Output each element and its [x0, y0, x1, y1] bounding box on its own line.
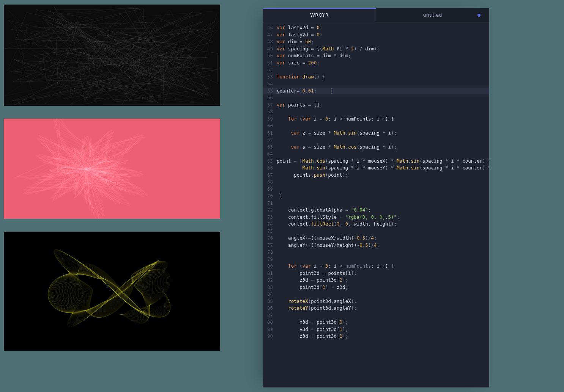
code-line[interactable] — [277, 66, 489, 74]
tab-1[interactable]: untitled — [376, 8, 489, 22]
line-number: 49 — [263, 45, 274, 53]
line-number: 70 — [263, 193, 274, 200]
thumbnail-column — [4, 5, 220, 351]
line-number: 60 — [263, 122, 274, 130]
thumbnail-1[interactable] — [4, 5, 220, 106]
code-line[interactable]: function draw() { — [277, 74, 489, 81]
code-line[interactable]: point = [Math.cos(spacing * i * mouseX) … — [277, 158, 489, 165]
line-number: 71 — [263, 200, 274, 207]
line-number: 86 — [263, 305, 274, 312]
line-number: 65 — [263, 158, 274, 165]
line-number: 59 — [263, 116, 274, 123]
line-number: 83 — [263, 284, 274, 291]
code-line[interactable]: var numPoints = dim * dim; — [277, 52, 489, 60]
line-number: 57 — [263, 102, 274, 109]
line-number: 73 — [263, 214, 274, 221]
code-line[interactable]: var spacing = ((Math.PI * 2) / dim); — [277, 45, 489, 53]
line-number: 51 — [263, 60, 274, 67]
code-line[interactable]: context.fillRect(0, 0, width, height); — [277, 221, 489, 228]
code-line[interactable] — [277, 249, 489, 256]
line-number: 62 — [263, 136, 274, 144]
line-number: 64 — [263, 151, 274, 158]
line-number: 50 — [263, 52, 274, 60]
code-line[interactable] — [277, 151, 489, 158]
code-line[interactable] — [277, 200, 489, 207]
code-line[interactable]: Math.sin(spacing * i * mouseY) * Math.si… — [277, 165, 489, 172]
text-cursor — [331, 88, 332, 94]
code-line[interactable]: var size = 200; — [277, 60, 489, 67]
tab-label: untitled — [423, 12, 442, 18]
code-line[interactable] — [277, 136, 489, 144]
line-number: 67 — [263, 172, 274, 179]
code-line[interactable]: var lasty2d = 0; — [277, 31, 489, 39]
thumbnail-3[interactable] — [4, 232, 220, 351]
code-line[interactable]: var dim = 50; — [277, 38, 489, 45]
code-line[interactable]: var z = size * Math.sin(spacing * i); — [277, 130, 489, 137]
line-number: 61 — [263, 130, 274, 137]
code-line[interactable]: z3d = point3d[2]; — [277, 333, 489, 340]
line-number: 75 — [263, 228, 274, 235]
code-line[interactable]: context.globalAlpha = "0.04"; — [277, 207, 489, 214]
line-number: 89 — [263, 326, 274, 333]
line-number: 82 — [263, 277, 274, 284]
code-line[interactable]: points.push(point); — [277, 172, 489, 179]
code-editor: WROYRuntitled 46474849505152535455565758… — [263, 8, 489, 387]
code-line[interactable] — [277, 291, 489, 298]
editor-tabs: WROYRuntitled — [263, 8, 489, 22]
code-line[interactable] — [277, 80, 489, 88]
code-line[interactable] — [277, 108, 489, 116]
line-number: 80 — [263, 263, 274, 270]
code-line[interactable]: y3d = point3d[1]; — [277, 326, 489, 333]
unsaved-dot-icon — [477, 14, 481, 17]
code-line[interactable]: point3d = points[i]; — [277, 270, 489, 277]
code-line[interactable]: var s = size * Math.cos(spacing * i); — [277, 144, 489, 151]
code-line[interactable]: angleY+=((mouseY/height)-0.5)/4; — [277, 242, 489, 249]
code-line[interactable]: for (var i = 0; i < numPoints; i++) { — [277, 263, 489, 270]
line-number: 77 — [263, 242, 274, 249]
code-line[interactable]: counter= 0.01; — [277, 88, 489, 95]
line-number: 85 — [263, 298, 274, 305]
line-number: 74 — [263, 221, 274, 228]
line-number: 90 — [263, 333, 274, 340]
line-number: 76 — [263, 235, 274, 242]
line-number: 54 — [263, 80, 274, 88]
tab-label: WROYR — [310, 12, 328, 18]
line-number: 66 — [263, 165, 274, 172]
code-area[interactable]: 4647484950515253545556575859606162636465… — [263, 22, 489, 387]
line-number: 69 — [263, 186, 274, 193]
line-number: 88 — [263, 319, 274, 326]
line-number: 78 — [263, 249, 274, 256]
code-line[interactable] — [277, 312, 489, 319]
code-line[interactable]: var points = []; — [277, 102, 489, 109]
code-line[interactable]: context.fillStyle = "rgba(0, 0, 0,.5)"; — [277, 214, 489, 221]
code-lines[interactable]: var lastx2d = 0;var lasty2d = 0;var dim … — [277, 22, 489, 387]
line-number: 68 — [263, 179, 274, 186]
code-line[interactable] — [277, 179, 489, 186]
code-line[interactable]: var lastx2d = 0; — [277, 24, 489, 31]
line-number: 63 — [263, 144, 274, 151]
line-number: 72 — [263, 207, 274, 214]
code-line[interactable]: x3d = point3d[0]; — [277, 319, 489, 326]
code-line[interactable]: } — [277, 193, 489, 200]
line-number: 46 — [263, 24, 274, 31]
line-number: 56 — [263, 94, 274, 102]
line-number: 84 — [263, 291, 274, 298]
line-number: 58 — [263, 108, 274, 116]
line-number: 52 — [263, 66, 274, 74]
line-number: 81 — [263, 270, 274, 277]
code-line[interactable] — [277, 186, 489, 193]
code-line[interactable]: rotateY(point3d,angleY); — [277, 305, 489, 312]
code-line[interactable]: rotateX(point3d,angleX); — [277, 298, 489, 305]
line-number: 48 — [263, 38, 274, 45]
code-line[interactable]: point3d[2] = z3d; — [277, 284, 489, 291]
code-line[interactable]: angleX+=((mouseX/width)-0.5)/4; — [277, 235, 489, 242]
code-line[interactable] — [277, 228, 489, 235]
line-number: 47 — [263, 31, 274, 39]
code-line[interactable] — [277, 122, 489, 130]
code-line[interactable] — [277, 94, 489, 102]
tab-0[interactable]: WROYR — [263, 8, 376, 22]
code-line[interactable]: z3d = point3d[2]; — [277, 277, 489, 284]
code-line[interactable] — [277, 256, 489, 263]
thumbnail-2[interactable] — [4, 119, 220, 219]
code-line[interactable]: for (var i = 0; i < numPoints; i++) { — [277, 116, 489, 123]
